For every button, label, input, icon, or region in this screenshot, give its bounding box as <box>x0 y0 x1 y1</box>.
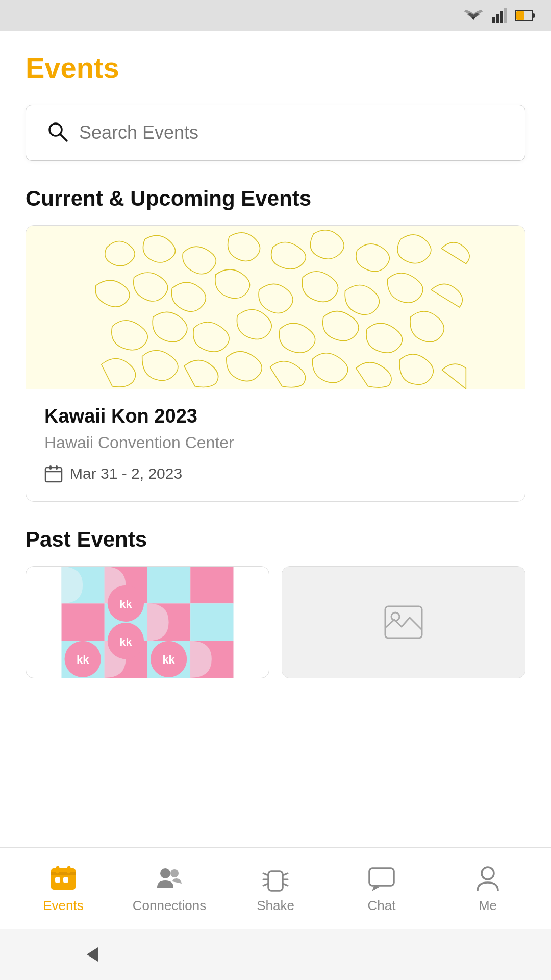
svg-rect-5 <box>533 13 535 18</box>
svg-rect-2 <box>500 11 503 23</box>
bottom-nav: Events Connections Shake <box>0 847 551 929</box>
event-card-kawaii-kon-2023[interactable]: Kawaii Kon 2023 Hawaii Convention Center… <box>26 225 525 502</box>
me-icon <box>472 863 503 894</box>
svg-rect-18 <box>190 567 233 603</box>
status-bar <box>0 0 551 31</box>
nav-label-connections: Connections <box>133 898 207 914</box>
svg-rect-3 <box>504 8 507 23</box>
svg-rect-17 <box>147 567 190 603</box>
svg-rect-9 <box>85 226 466 389</box>
event-location: Hawaii Convention Center <box>44 433 507 452</box>
svg-rect-39 <box>56 866 59 873</box>
past-event-card-kk[interactable]: kk kk kk kk <box>26 566 269 678</box>
nav-item-events[interactable]: Events <box>10 863 116 914</box>
nav-item-connections[interactable]: Connections <box>116 863 222 914</box>
past-events-section-title: Past Events <box>26 527 525 552</box>
search-input[interactable] <box>79 122 505 143</box>
svg-line-8 <box>60 134 67 141</box>
svg-rect-42 <box>63 877 68 883</box>
chat-icon <box>366 863 397 894</box>
svg-marker-54 <box>87 947 98 962</box>
nav-item-chat[interactable]: Chat <box>329 863 435 914</box>
svg-text:kk: kk <box>162 653 175 666</box>
image-placeholder-icon <box>383 604 424 640</box>
event-info: Kawaii Kon 2023 Hawaii Convention Center… <box>26 389 525 501</box>
svg-point-44 <box>170 869 179 877</box>
nav-label-events: Events <box>43 898 84 914</box>
svg-rect-41 <box>55 877 60 883</box>
search-icon <box>46 120 69 145</box>
android-nav <box>0 929 551 980</box>
recent-button[interactable] <box>444 939 474 970</box>
svg-point-53 <box>482 867 494 879</box>
events-icon <box>48 863 79 894</box>
current-upcoming-section-title: Current & Upcoming Events <box>26 186 525 211</box>
svg-rect-1 <box>496 14 499 23</box>
svg-rect-6 <box>516 11 524 20</box>
shake-icon <box>260 863 291 894</box>
past-events-grid: kk kk kk kk <box>26 566 525 678</box>
svg-text:kk: kk <box>119 598 132 610</box>
svg-text:kk: kk <box>77 653 89 666</box>
calendar-icon <box>44 464 63 483</box>
back-button[interactable] <box>77 939 107 970</box>
page-title: Events <box>26 51 525 84</box>
svg-rect-19 <box>62 603 105 641</box>
image-placeholder <box>282 567 525 678</box>
svg-rect-40 <box>67 866 70 873</box>
event-banner <box>26 226 525 389</box>
search-bar[interactable] <box>26 105 525 161</box>
nav-label-shake: Shake <box>257 898 294 914</box>
event-date: Mar 31 - 2, 2023 <box>44 464 507 483</box>
main-content: Events Current & Upcoming Events <box>0 31 551 847</box>
signal-icon <box>492 8 507 23</box>
nav-label-me: Me <box>479 898 497 914</box>
svg-text:kk: kk <box>119 635 132 648</box>
event-name: Kawaii Kon 2023 <box>44 405 507 427</box>
home-button[interactable] <box>260 939 291 970</box>
battery-icon <box>515 9 536 22</box>
svg-point-36 <box>391 612 399 621</box>
nav-item-me[interactable]: Me <box>435 863 541 914</box>
svg-rect-45 <box>268 871 283 891</box>
past-event-card-placeholder[interactable] <box>282 566 525 678</box>
event-date-text: Mar 31 - 2, 2023 <box>70 465 182 482</box>
nav-item-shake[interactable]: Shake <box>222 863 329 914</box>
svg-rect-0 <box>492 17 495 23</box>
svg-rect-13 <box>56 465 58 470</box>
connections-icon <box>154 863 185 894</box>
nav-label-chat: Chat <box>368 898 396 914</box>
svg-rect-10 <box>45 468 62 482</box>
svg-point-43 <box>160 868 170 878</box>
svg-rect-38 <box>51 872 76 875</box>
svg-rect-22 <box>190 603 233 641</box>
svg-rect-12 <box>49 465 52 470</box>
wifi-icon <box>463 8 484 23</box>
svg-rect-52 <box>369 868 394 886</box>
